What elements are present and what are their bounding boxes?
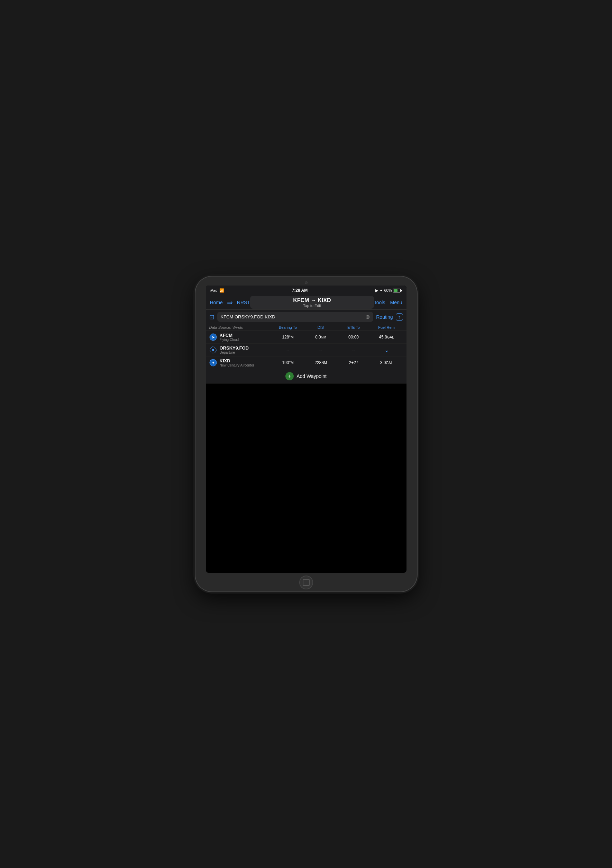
tools-button[interactable]: Tools (374, 300, 386, 305)
bearing-kixd: 190°M (271, 360, 304, 365)
svg-text:✦: ✦ (212, 361, 215, 365)
th-bearing: Bearing To (271, 326, 304, 330)
airport-icon-kfcm: ➤ (209, 333, 217, 341)
ipad-camera (305, 281, 308, 284)
nav-bar: Home ⇒ NRST KFCM → KIXD Tap to Edit Tool… (206, 295, 406, 310)
waypoint-info-orsky: ORSKY9.FOD Departure (209, 346, 271, 354)
route-title: KFCM → KIXD (254, 297, 370, 304)
clear-button[interactable]: ⊗ (365, 313, 370, 320)
share-button[interactable]: ↑ (396, 313, 403, 321)
th-source: Data Source: Winds (209, 326, 271, 330)
waypoints-list: ➤ KFCM Flying Cloud 128°M 0.0NM 00:00 45… (206, 331, 406, 369)
route-input-field[interactable]: KFCM ORSKY9.FOD KIXD ⊗ (217, 312, 373, 322)
airport-icon-kixd: ✦ (209, 359, 217, 366)
nrst-button[interactable]: NRST (237, 300, 250, 305)
th-ete: ETE To (337, 326, 370, 330)
bearing-kfcm: 128°M (271, 335, 304, 339)
waypoint-name-orsky: ORSKY9.FOD (220, 346, 249, 350)
waypoint-sub-orsky: Departure (220, 350, 249, 354)
time-display: 7:28 AM (292, 288, 308, 293)
fuel-kixd: 3.0GAL (370, 360, 403, 365)
route-input-bar: ⊡ KFCM ORSKY9.FOD KIXD ⊗ Routing ↑ (206, 310, 406, 324)
table-header: Data Source: Winds Bearing To DIS ETE To… (206, 324, 406, 331)
bearing-orsky: -- (271, 347, 304, 352)
svg-point-3 (212, 349, 214, 351)
menu-button[interactable]: Menu (390, 300, 402, 305)
add-waypoint-icon: + (285, 372, 294, 380)
add-waypoint-bar[interactable]: + Add Waypoint (206, 369, 406, 383)
svg-text:➤: ➤ (212, 335, 215, 339)
table-row[interactable]: ORSKY9.FOD Departure -- -- -- ⌄ (206, 344, 406, 356)
flight-panel: ⊡ KFCM ORSKY9.FOD KIXD ⊗ Routing ↑ Data … (206, 310, 406, 383)
routing-button[interactable]: Routing (376, 314, 393, 320)
th-fuel: Fuel Rem (370, 326, 403, 330)
dis-orsky: -- (304, 347, 337, 352)
wifi-icon: 📶 (219, 288, 224, 293)
ete-orsky: -- (337, 347, 370, 352)
table-row[interactable]: ➤ KFCM Flying Cloud 128°M 0.0NM 00:00 45… (206, 331, 406, 344)
fuel-kfcm: 45.8GAL (370, 335, 403, 339)
add-waypoint-label: Add Waypoint (296, 374, 327, 379)
nav-left: Home ⇒ NRST (210, 298, 250, 307)
home-button[interactable]: Home (210, 300, 223, 305)
expand-orsky[interactable]: ⌄ (370, 347, 403, 353)
status-left: iPad 📶 (210, 288, 224, 293)
location-icon: ▶ (375, 288, 378, 293)
dis-kixd: 228NM (304, 360, 337, 365)
ipad-frame: iPad 📶 7:28 AM ▶ ✦ 60% Home ⇒ (195, 276, 417, 592)
ete-kixd: 2+27 (337, 360, 370, 365)
waypoint-info-kfcm: ➤ KFCM Flying Cloud (209, 333, 271, 342)
route-subtitle: Tap to Edit (254, 304, 370, 308)
battery-pct: 60% (384, 288, 392, 293)
waypoint-name-kfcm: KFCM (220, 333, 239, 338)
status-right: ▶ ✦ 60% (375, 288, 402, 293)
dis-kfcm: 0.0NM (304, 335, 337, 339)
sidebar-toggle-icon[interactable]: ⊡ (209, 313, 214, 321)
waypoint-sub-kfcm: Flying Cloud (220, 338, 239, 342)
sid-icon-orsky (209, 346, 217, 354)
waypoint-sub-kixd: New Century Aircenter (220, 363, 254, 367)
ipad-screen: iPad 📶 7:28 AM ▶ ✦ 60% Home ⇒ (206, 285, 406, 573)
nav-right: Tools Menu (374, 300, 402, 305)
route-input-text: KFCM ORSKY9.FOD KIXD (221, 314, 276, 319)
bluetooth-icon: ✦ (380, 288, 383, 293)
route-box[interactable]: KFCM → KIXD Tap to Edit (250, 296, 374, 309)
status-bar: iPad 📶 7:28 AM ▶ ✦ 60% (206, 285, 406, 295)
home-hardware-button[interactable] (299, 575, 313, 589)
battery-icon (393, 289, 402, 293)
nav-center: KFCM → KIXD Tap to Edit (250, 296, 374, 309)
ete-kfcm: 00:00 (337, 335, 370, 339)
flight-plan-icon[interactable]: ⇒ (227, 298, 233, 307)
th-dis: DIS (304, 326, 337, 330)
ipad-label: iPad (210, 288, 218, 293)
waypoint-name-kixd: KIXD (220, 358, 254, 363)
table-row[interactable]: ✦ KIXD New Century Aircenter 190°M 228NM… (206, 356, 406, 369)
waypoint-info-kixd: ✦ KIXD New Century Aircenter (209, 358, 271, 367)
